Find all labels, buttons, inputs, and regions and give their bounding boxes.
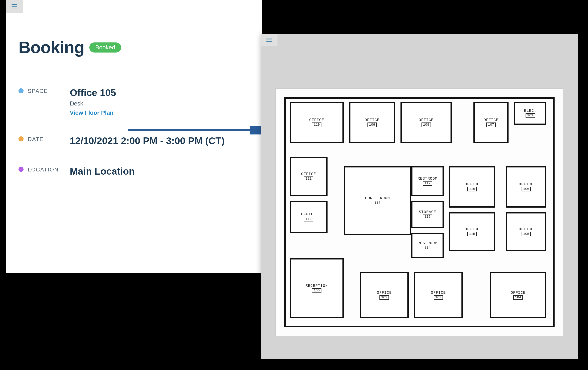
location-value: Main Location [70,165,250,177]
room-label: ELEC. [524,109,536,113]
status-badge: Booked [89,42,121,52]
room-number: 110 [312,123,321,127]
floorplan-inner: OFFICE110OFFICE109OFFICE108OFFICE107ELEC… [284,97,555,327]
floorplan-canvas[interactable]: OFFICE110OFFICE109OFFICE108OFFICE107ELEC… [275,88,563,336]
page-title: Booking [19,38,84,57]
room-label: STORAGE [419,210,436,214]
floorplan-panel: OFFICE110OFFICE109OFFICE108OFFICE107ELEC… [261,34,578,359]
room-100[interactable]: RECEPTION100 [290,258,344,318]
room-105[interactable]: OFFICE105 [506,212,546,251]
room-label: OFFICE [519,182,534,186]
field-value-block: Main Location [70,165,250,177]
room-label: OFFICE [377,291,392,295]
field-value-block: 12/10/2021 2:00 PM - 3:00 PM (CT) [70,135,250,147]
menu-button[interactable] [261,34,277,46]
hamburger-icon [265,36,273,43]
room-111[interactable]: OFFICE111 [290,157,327,196]
booking-details: SPACE Office 105 Desk View Floor Plan DA… [6,70,262,177]
room-label: OFFICE [301,172,316,176]
room-number: 116 [467,187,477,191]
room-number: 104 [513,295,523,300]
room-number: 112 [304,217,313,221]
space-name: Office 105 [70,87,250,99]
room-number: 114 [423,246,432,250]
bullet-icon [19,136,23,141]
menu-button[interactable] [6,0,23,13]
room-label: OFFICE [431,291,446,295]
room-label: OFFICE [511,291,525,295]
room-number: 109 [368,123,377,127]
field-value-block: Office 105 Desk View Floor Plan [70,87,250,116]
room-label: OFFICE [483,118,498,122]
bullet-icon [19,88,23,93]
room-107[interactable]: OFFICE107 [473,102,509,143]
field-label: SPACE [28,88,66,94]
booking-header: Booking Booked [6,13,262,57]
room-117[interactable]: RESTROOM117 [411,166,444,196]
room-label: RECEPTION [305,284,328,288]
room-number: 117 [423,181,432,186]
detail-row-space: SPACE Office 105 Desk View Floor Plan [19,87,250,116]
room-label: RESTROOM [418,176,437,181]
space-type: Desk [70,100,250,107]
room-109[interactable]: OFFICE109 [349,102,395,143]
booking-panel: Booking Booked SPACE Office 105 Desk Vie… [6,0,262,273]
room-label: OFFICE [309,118,324,122]
field-label: DATE [28,136,66,143]
room-label: OFFICE [465,182,480,186]
room-label: OFFICE [465,227,480,231]
room-116[interactable]: OFFICE116 [449,166,495,208]
room-number: 102 [379,295,389,300]
room-label: OFFICE [419,118,434,122]
room-number: 100 [312,288,321,293]
room-label: CONF. ROOM [365,196,390,200]
room-number: 118 [423,215,432,219]
room-number: 108 [421,123,431,127]
room-number: 111 [304,176,313,181]
room-number: 113 [373,201,382,205]
room-118[interactable]: STORAGE118 [411,201,444,228]
room-label: RESTROOM [418,241,437,245]
room-103[interactable]: OFFICE103 [414,272,462,318]
room-110[interactable]: OFFICE110 [290,102,344,143]
room-label: OFFICE [365,118,380,122]
view-floor-plan-link[interactable]: View Floor Plan [70,110,114,116]
room-114[interactable]: RESTROOM114 [411,233,444,258]
room-101[interactable]: ELEC.101 [514,102,546,125]
room-label: OFFICE [519,227,534,231]
room-number: 103 [434,295,443,300]
date-value: 12/10/2021 2:00 PM - 3:00 PM (CT) [70,135,250,147]
room-label: OFFICE [301,212,316,216]
room-113[interactable]: CONF. ROOM113 [344,166,411,235]
room-106[interactable]: OFFICE106 [506,166,546,208]
room-number: 105 [522,232,531,236]
room-number: 115 [467,232,477,236]
room-104[interactable]: OFFICE104 [490,272,546,318]
room-108[interactable]: OFFICE108 [400,102,452,143]
field-label: LOCATION [28,166,66,173]
room-number: 101 [525,113,535,118]
detail-row-date: DATE 12/10/2021 2:00 PM - 3:00 PM (CT) [19,135,250,147]
room-number: 106 [522,187,531,191]
room-115[interactable]: OFFICE115 [449,212,495,251]
bullet-icon [19,167,23,172]
room-102[interactable]: OFFICE102 [360,272,409,318]
room-112[interactable]: OFFICE112 [290,201,327,233]
room-number: 107 [486,123,496,127]
detail-row-location: LOCATION Main Location [19,165,250,177]
hamburger-icon [11,3,18,10]
